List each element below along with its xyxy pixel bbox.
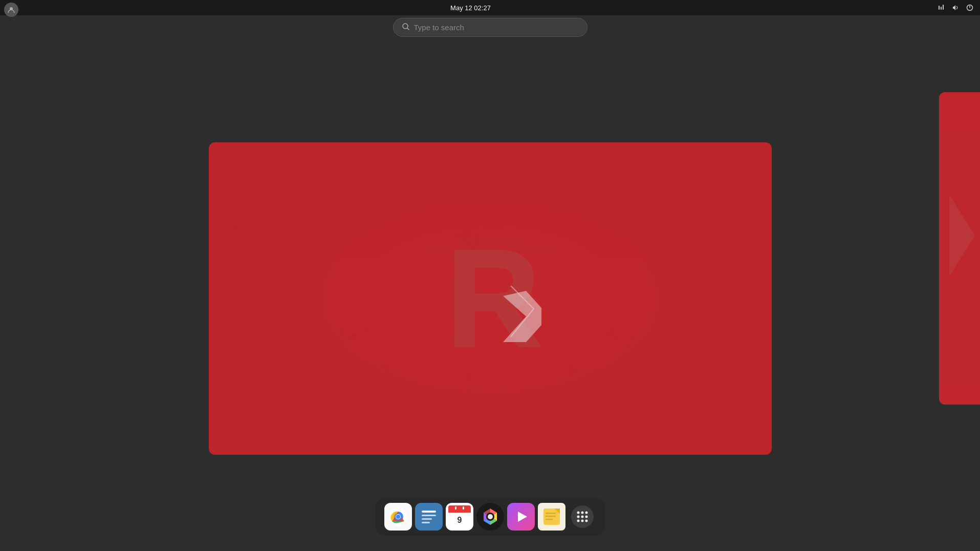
dock-icon-play[interactable] bbox=[507, 503, 535, 531]
workspace bbox=[0, 46, 980, 551]
user-avatar[interactable] bbox=[4, 3, 18, 17]
sound-icon[interactable] bbox=[950, 3, 961, 13]
svg-text:9: 9 bbox=[457, 516, 462, 524]
dock-icon-hex[interactable] bbox=[476, 503, 504, 531]
dock-icon-chromium[interactable] bbox=[384, 503, 412, 531]
top-bar: May 12 02:27 bbox=[0, 0, 980, 15]
svg-rect-31 bbox=[448, 511, 471, 513]
side-window-card bbox=[939, 92, 980, 405]
clock-display: May 12 02:27 bbox=[450, 4, 491, 12]
svg-point-54 bbox=[585, 520, 587, 522]
search-input[interactable] bbox=[414, 23, 579, 32]
svg-point-47 bbox=[581, 512, 583, 514]
svg-line-7 bbox=[407, 28, 409, 30]
top-bar-center: May 12 02:27 bbox=[450, 4, 491, 12]
remix-logo bbox=[439, 240, 541, 357]
main-window-card bbox=[209, 142, 772, 455]
search-container bbox=[393, 18, 587, 37]
svg-rect-33 bbox=[455, 506, 456, 510]
svg-rect-3 bbox=[943, 5, 944, 10]
top-bar-right bbox=[936, 3, 975, 13]
svg-rect-27 bbox=[422, 518, 432, 520]
svg-rect-26 bbox=[422, 515, 436, 516]
svg-rect-43 bbox=[546, 516, 556, 517]
svg-point-52 bbox=[577, 520, 579, 522]
svg-rect-2 bbox=[941, 7, 942, 10]
power-icon[interactable] bbox=[965, 3, 975, 13]
dock-icon-notes[interactable] bbox=[415, 503, 443, 531]
svg-rect-34 bbox=[463, 506, 464, 510]
svg-rect-25 bbox=[422, 511, 436, 513]
dock: 9 bbox=[375, 498, 605, 536]
svg-point-51 bbox=[585, 516, 587, 518]
svg-rect-24 bbox=[418, 505, 440, 528]
svg-point-50 bbox=[581, 516, 583, 518]
svg-point-53 bbox=[581, 520, 583, 522]
svg-point-48 bbox=[585, 512, 587, 514]
svg-point-46 bbox=[577, 512, 579, 514]
search-bar[interactable] bbox=[393, 18, 587, 37]
red-wallpaper bbox=[209, 142, 772, 455]
svg-point-49 bbox=[577, 516, 579, 518]
svg-rect-42 bbox=[546, 513, 556, 514]
svg-rect-28 bbox=[422, 522, 430, 523]
dock-icon-sticky[interactable] bbox=[538, 503, 565, 531]
svg-rect-44 bbox=[546, 519, 553, 520]
svg-point-37 bbox=[488, 514, 493, 519]
network-icon[interactable] bbox=[936, 3, 946, 13]
search-icon bbox=[402, 23, 410, 32]
svg-point-23 bbox=[396, 515, 400, 519]
svg-rect-1 bbox=[939, 6, 940, 10]
dock-icon-calendar[interactable]: 9 bbox=[446, 503, 473, 531]
dock-icon-apps[interactable] bbox=[569, 503, 596, 531]
